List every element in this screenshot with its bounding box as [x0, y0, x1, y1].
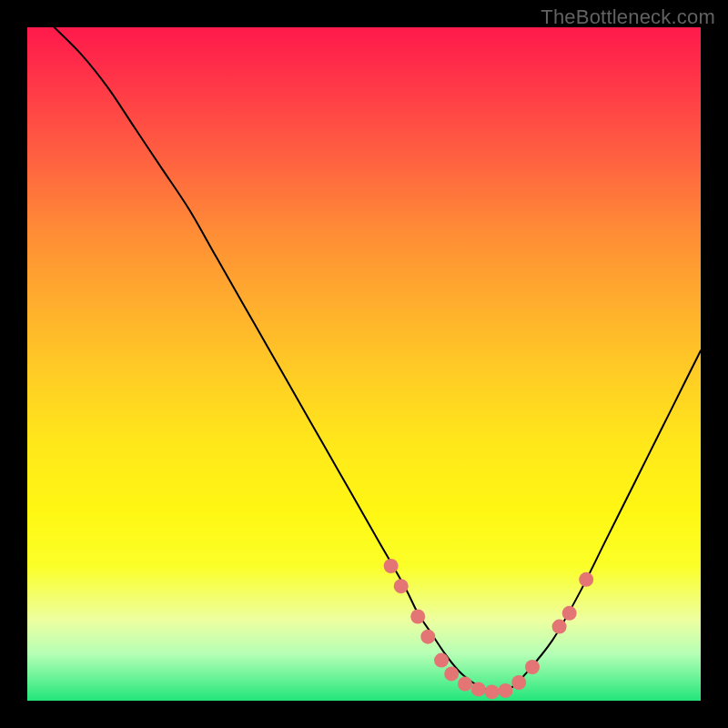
chart-frame: TheBottleneck.com: [0, 0, 728, 728]
curve-marker: [410, 610, 425, 624]
curve-marker: [562, 606, 577, 621]
curve-marker: [458, 677, 472, 692]
curve-marker: [434, 653, 449, 668]
curve-marker: [498, 683, 512, 698]
curve-markers: [384, 559, 594, 699]
curve-marker: [394, 579, 409, 593]
curve-marker: [485, 684, 500, 699]
curve-marker: [384, 559, 399, 573]
chart-svg: [27, 27, 701, 701]
curve-marker: [420, 630, 435, 644]
curve-marker: [579, 572, 593, 587]
curve-marker: [471, 682, 486, 696]
curve-marker: [552, 620, 567, 634]
bottleneck-curve: [55, 27, 701, 692]
curve-marker: [444, 666, 459, 681]
curve-marker: [525, 660, 540, 674]
watermark-text: TheBottleneck.com: [541, 5, 715, 29]
curve-marker: [511, 675, 526, 690]
plot-area: [27, 27, 701, 701]
